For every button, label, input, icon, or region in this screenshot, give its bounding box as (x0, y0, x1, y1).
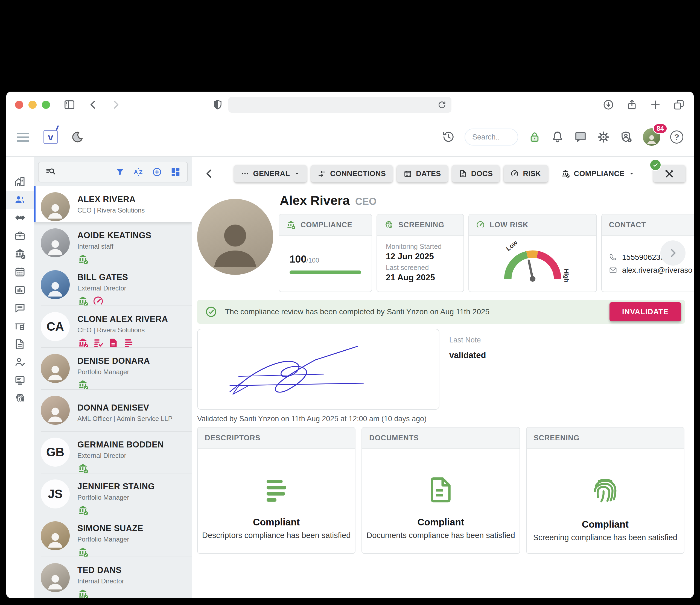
more-dots-icon (241, 170, 249, 178)
nav-screening[interactable] (6, 389, 34, 407)
tab-docs[interactable]: DOCS (452, 165, 500, 183)
connections-icon (318, 170, 326, 178)
filter-icon[interactable] (115, 167, 125, 177)
nav-reports[interactable] (6, 281, 34, 299)
contact-row-aoide-keatings[interactable]: AOIDE KEATINGS Internal staff (34, 222, 192, 264)
descriptors-alert-icon (123, 338, 134, 348)
security-shield-icon[interactable] (620, 130, 633, 144)
compliance-card: COMPLIANCE 100 /100 (279, 214, 372, 292)
section-status: Compliant (253, 517, 300, 528)
contact-row-denise-donara[interactable]: DENISE DONARA Portfolio Manager (34, 348, 192, 390)
back-chevron-icon[interactable] (203, 168, 215, 180)
privacy-shield-icon[interactable] (212, 99, 223, 111)
tab-label: RISK (523, 170, 541, 178)
user-avatar[interactable]: 84 (643, 128, 660, 146)
tab-label: DATES (416, 170, 441, 178)
tab-risk[interactable]: RISK (504, 165, 548, 183)
contact-row-bill-gates[interactable]: BILL GATES External Director (34, 264, 192, 306)
nav-presentations[interactable] (6, 371, 34, 389)
nav-approvals[interactable] (6, 353, 34, 371)
profile-topbar: GENERAL CONNECTIONS DATES (197, 165, 694, 183)
help-icon[interactable]: ? (670, 130, 683, 144)
chevron-right-icon (667, 247, 679, 259)
contact-row-alex-rivera[interactable]: ALEX RIVERA CEO | Rivera Solutions (34, 186, 192, 222)
close-window-button[interactable] (15, 101, 23, 109)
compliance-ok-icon (77, 254, 88, 265)
contact-subtitle: CEO | Rivera Solutions (77, 207, 145, 214)
app-header: v Search.. 84 ? (6, 118, 694, 157)
bank-check-icon (561, 169, 570, 178)
reload-icon[interactable] (437, 100, 447, 110)
settings-gear-icon[interactable] (597, 130, 610, 144)
contact-subtitle: External Director (77, 452, 164, 459)
search-input[interactable]: Search.. (465, 128, 518, 146)
nav-documents[interactable] (6, 335, 34, 353)
tab-compliance-active[interactable]: COMPLIANCE (554, 165, 642, 183)
contact-subtitle: Portfolio Manager (77, 368, 150, 376)
tab-label: DOCS (471, 170, 493, 178)
avatar (41, 521, 70, 550)
descriptors-lines-icon (262, 475, 291, 505)
new-tab-icon[interactable] (649, 99, 661, 111)
screening-section-card: SCREENING Compliant Screening compliance… (526, 427, 684, 554)
person-silhouette-icon (204, 212, 267, 275)
nav-portfolio[interactable] (6, 227, 34, 245)
add-contact-icon[interactable] (152, 167, 162, 177)
nav-compliance[interactable] (6, 245, 34, 263)
avatar-silhouette-icon (645, 132, 658, 146)
avatar-initials: CA (41, 312, 70, 341)
search-list-icon[interactable] (45, 167, 56, 177)
sidebar-toggle-icon[interactable] (63, 98, 76, 111)
compliance-sections: DESCRIPTORS Compliant Descriptors compli… (197, 427, 694, 554)
tab-general[interactable]: GENERAL (234, 165, 307, 183)
share-icon[interactable] (626, 99, 638, 111)
tab-overview-icon[interactable] (673, 99, 685, 111)
contact-row-jennifer-staing[interactable]: JS JENNIFER STAING Portfolio Manager (34, 474, 192, 515)
search-placeholder: Search.. (472, 133, 500, 141)
tab-dates[interactable]: DATES (397, 165, 448, 183)
nav-relationships[interactable] (6, 209, 34, 227)
tools-button[interactable] (653, 165, 685, 183)
nav-home[interactable] (6, 173, 34, 191)
email-row[interactable]: alex.rivera@riveraso (609, 266, 694, 274)
nav-calendar[interactable] (6, 263, 34, 281)
notifications-bell-icon[interactable] (551, 130, 564, 144)
downloads-icon[interactable] (602, 99, 615, 111)
minimize-window-button[interactable] (28, 101, 36, 109)
compliance-ok-icon (77, 296, 88, 307)
menu-icon[interactable] (17, 132, 29, 142)
contact-row-donna-denisev[interactable]: DONNA DENISEV AML Officer | Admin Servic… (34, 390, 192, 432)
tab-connections[interactable]: CONNECTIONS (311, 165, 393, 183)
address-bar[interactable] (228, 97, 451, 113)
mail-icon (609, 266, 617, 274)
screened-date: 21 Aug 2025 (386, 273, 455, 283)
contact-row-clone-alex-rivera[interactable]: CA CLONE ALEX RIVERA CEO | Rivera Soluti… (34, 306, 192, 348)
sort-az-icon[interactable] (133, 167, 144, 177)
cards-next-button[interactable] (660, 240, 685, 266)
contact-row-germaine-bodden[interactable]: GB GERMAINE BODDEN External Director (34, 432, 192, 474)
dark-mode-icon[interactable] (71, 130, 84, 144)
contact-row-simone-suaze[interactable]: SIMONE SUAZE Portfolio Manager (34, 515, 192, 557)
messages-icon[interactable] (574, 130, 587, 144)
section-title: SCREENING (534, 434, 580, 442)
gauge-high-label: High (563, 269, 570, 283)
zoom-window-button[interactable] (42, 101, 50, 109)
last-note: Last Note validated (449, 329, 486, 410)
nav-messages[interactable] (6, 299, 34, 317)
invalidate-button[interactable]: INVALIDATE (609, 302, 681, 321)
forward-icon[interactable] (110, 99, 122, 111)
contact-subtitle: Portfolio Manager (77, 535, 143, 543)
lock-icon[interactable] (528, 130, 541, 144)
history-icon[interactable] (442, 131, 455, 143)
grid-view-icon[interactable] (170, 167, 181, 177)
contact-row-ted-dans[interactable]: TED DANS Internal Director (34, 557, 192, 598)
back-icon[interactable] (87, 99, 99, 111)
app-logo[interactable]: v (44, 130, 58, 144)
nav-workspace[interactable] (6, 317, 34, 335)
compliance-progress-bar (290, 270, 361, 274)
last-note-label: Last Note (449, 336, 486, 344)
speedometer-icon (510, 170, 519, 178)
contact-name: GERMAINE BODDEN (77, 440, 164, 450)
nav-contacts[interactable] (6, 191, 34, 209)
window-controls (15, 101, 50, 109)
